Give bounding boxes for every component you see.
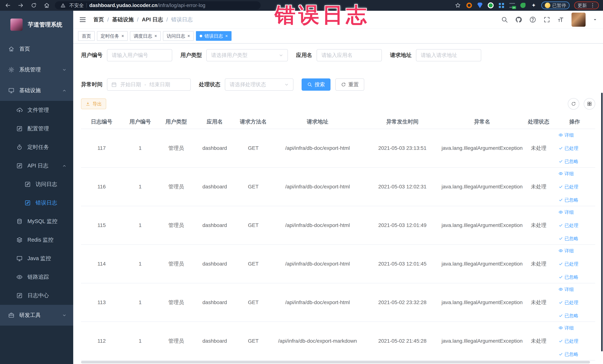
grid-extension-icon[interactable] (498, 2, 505, 9)
exception-time-range-picker[interactable]: 开始日期 - 结束日期 (107, 78, 191, 91)
sidebar-item-scheduled-tasks[interactable]: 定时任务 (0, 138, 73, 156)
back-icon[interactable] (4, 2, 12, 9)
processed-action-link[interactable]: 已处理 (558, 338, 578, 344)
detail-action-link[interactable]: 详细 (558, 171, 574, 177)
sidebar-item-system-management[interactable]: 系统管理 (0, 59, 73, 80)
user-avatar[interactable] (571, 13, 586, 27)
processed-action-link[interactable]: 已处理 (558, 184, 578, 190)
tab-error-log[interactable]: 错误日志× (196, 31, 232, 41)
search-icon[interactable] (501, 16, 508, 23)
reload-icon[interactable] (30, 2, 37, 9)
breadcrumb-item[interactable]: 基础设施 (112, 16, 134, 23)
cell-status: 未处理 (523, 322, 554, 360)
puzzle-extension-icon[interactable]: ✦ (531, 2, 537, 9)
user-type-select[interactable]: 请选择用户类型 (206, 49, 288, 61)
reset-button[interactable]: 重置 (335, 78, 364, 91)
refresh-table-button[interactable] (568, 98, 579, 110)
ignored-action-link[interactable]: 已忽略 (558, 351, 578, 357)
sidebar-item-log-center[interactable]: 日志中心 (0, 286, 73, 305)
user-id-input[interactable] (107, 49, 172, 61)
action-label: 已处理 (564, 261, 578, 267)
shield-extension-icon[interactable] (477, 2, 483, 9)
breadcrumb-item[interactable]: 首页 (93, 16, 104, 23)
home-icon[interactable] (43, 2, 50, 9)
check-icon (558, 352, 563, 356)
caret-down-icon[interactable] (593, 17, 597, 22)
paused-extension-badge[interactable]: 已暂停 (541, 1, 570, 9)
column-header: 用户编号 (122, 115, 158, 129)
tab-label: 调度日志 (134, 33, 152, 39)
column-settings-button[interactable] (584, 98, 595, 110)
tab-scheduled-tasks[interactable]: 定时任务× (97, 31, 128, 41)
chevron-down-icon (284, 82, 289, 87)
leaf-extension-icon[interactable] (520, 2, 526, 9)
sidebar-item-access-log[interactable]: 访问日志 (0, 175, 73, 194)
ignored-action-link[interactable]: 已忽略 (558, 313, 578, 319)
sidebar-item-infrastructure[interactable]: 基础设施 (0, 80, 73, 101)
hamburger-icon[interactable] (79, 16, 87, 23)
sidebar-item-file-management[interactable]: 文件管理 (0, 101, 73, 119)
detail-action-link[interactable]: 详细 (558, 325, 574, 331)
address-bar[interactable]: 不安全 dashboard.yudao.iocoder.cn/infra/log… (55, 1, 261, 10)
detail-action-link[interactable]: 详细 (558, 209, 574, 215)
request-url-input[interactable] (416, 49, 481, 61)
sidebar-item-redis-monitor[interactable]: Redis 监控 (0, 231, 73, 249)
fullscreen-icon[interactable] (543, 16, 550, 23)
green-extension-icon[interactable] (487, 2, 494, 9)
detail-action-link[interactable]: 详细 (558, 248, 574, 254)
star-icon[interactable] (454, 2, 462, 9)
ignored-action-link[interactable]: 已忽略 (558, 235, 578, 242)
close-tab-icon[interactable]: × (154, 34, 157, 38)
update-badge[interactable]: 更新 (574, 1, 599, 9)
close-tab-icon[interactable]: × (187, 34, 190, 38)
process-status-select[interactable]: 请选择处理状态 (225, 78, 293, 91)
eye-icon (558, 326, 563, 330)
export-button[interactable]: 导出 (81, 98, 106, 109)
orange-extension-icon[interactable] (466, 2, 472, 9)
close-tab-icon[interactable]: × (121, 34, 124, 38)
horizontal-scrollbar[interactable] (81, 361, 590, 364)
check-icon (558, 223, 563, 227)
sidebar-item-mysql-monitor[interactable]: MySQL 监控 (0, 212, 73, 231)
cell-method: GET (235, 167, 271, 206)
processed-action-link[interactable]: 已处理 (558, 145, 578, 151)
sidebar-item-trace[interactable]: 链路追踪 (0, 268, 73, 286)
ignored-action-link[interactable]: 已忽略 (558, 197, 578, 203)
tab-access-log[interactable]: 访问日志× (163, 31, 194, 41)
question-icon[interactable] (529, 16, 536, 23)
search-button[interactable]: 搜索 (302, 78, 331, 91)
ignored-action-link[interactable]: 已忽略 (558, 158, 578, 164)
cell-log-id: 116 (81, 167, 122, 206)
ignored-action-link[interactable]: 已忽略 (558, 274, 578, 280)
processed-action-link[interactable]: 已处理 (558, 261, 578, 267)
gear-icon (8, 67, 14, 73)
vertical-scrollbar[interactable] (601, 93, 603, 351)
sidebar-logo-row[interactable]: 芋道管理系统 (0, 11, 73, 39)
detail-action-link[interactable]: 详细 (558, 132, 574, 138)
sidebar-item-home[interactable]: 首页 (0, 39, 73, 59)
close-tab-icon[interactable]: × (225, 34, 228, 38)
app-name-input[interactable] (317, 49, 382, 61)
forward-icon[interactable] (17, 2, 24, 9)
tab-home[interactable]: 首页 (78, 31, 95, 41)
switch-extension-icon[interactable]: on (509, 2, 515, 9)
cell-actions: 详细已处理已忽略 (554, 283, 595, 322)
sidebar-item-dev-tools[interactable]: 研发工具 (0, 305, 73, 326)
sidebar-item-api-log[interactable]: API 日志 (0, 156, 73, 175)
font-size-icon[interactable] (557, 16, 564, 23)
github-icon[interactable] (515, 16, 522, 23)
sidebar-item-error-log[interactable]: 错误日志 (0, 194, 73, 212)
monitor-icon (16, 255, 23, 262)
cell-user-id: 1 (122, 322, 158, 360)
browser-menu-icon[interactable] (590, 3, 595, 8)
processed-action-link[interactable]: 已处理 (558, 222, 578, 228)
sidebar-item-java-monitor[interactable]: Java 监控 (0, 249, 73, 268)
detail-action-link[interactable]: 详细 (558, 286, 574, 293)
processed-action-link[interactable]: 已处理 (558, 299, 578, 305)
sidebar-item-config-management[interactable]: 配置管理 (0, 119, 73, 138)
breadcrumb-item[interactable]: API 日志 (142, 16, 163, 23)
sidebar-item-label: MySQL 监控 (27, 218, 58, 225)
chevron-up-icon (62, 163, 67, 168)
sidebar-filler (0, 326, 73, 364)
tab-schedule-log[interactable]: 调度日志× (130, 31, 161, 41)
